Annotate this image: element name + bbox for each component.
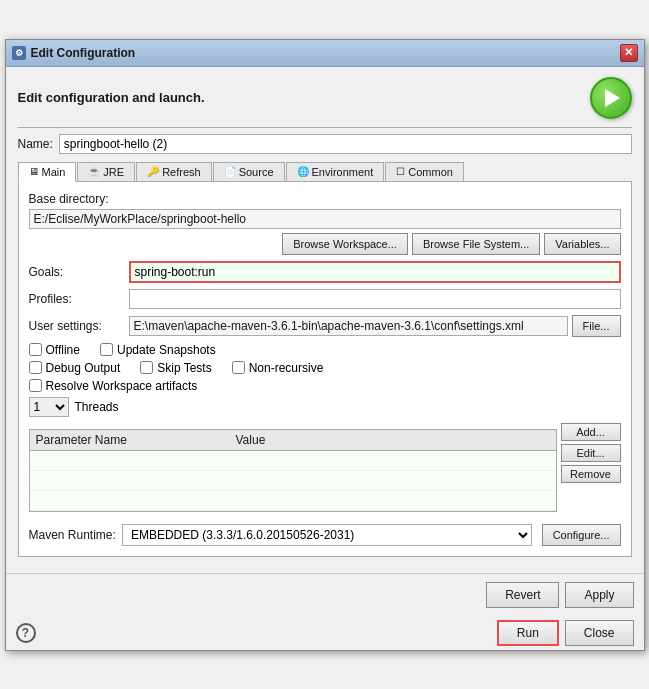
common-tab-icon: ☐ bbox=[396, 166, 405, 177]
base-dir-section: Base directory: Browse Workspace... Brow… bbox=[29, 192, 621, 255]
parameters-table: Parameter Name Value bbox=[29, 429, 557, 512]
maven-runtime-row: Maven Runtime: EMBEDDED (3.3.3/1.6.0.201… bbox=[29, 524, 621, 546]
tab-refresh[interactable]: 🔑 Refresh bbox=[136, 162, 212, 181]
titlebar: ⚙ Edit Configuration ✕ bbox=[6, 40, 644, 67]
dialog-close-button[interactable]: Close bbox=[565, 620, 634, 646]
non-recursive-checkbox[interactable] bbox=[232, 361, 245, 374]
run-circle-button[interactable] bbox=[590, 77, 632, 119]
base-dir-label: Base directory: bbox=[29, 192, 621, 206]
file-button[interactable]: File... bbox=[572, 315, 621, 337]
tab-source-label: Source bbox=[239, 166, 274, 178]
maven-runtime-label: Maven Runtime: bbox=[29, 528, 116, 542]
update-snapshots-checkbox-item: Update Snapshots bbox=[100, 343, 216, 357]
header-section: Edit configuration and launch. bbox=[18, 77, 632, 119]
edit-configuration-dialog: ⚙ Edit Configuration ✕ Edit configuratio… bbox=[5, 39, 645, 651]
help-icon[interactable]: ? bbox=[16, 623, 36, 643]
table-side-buttons: Add... Edit... Remove bbox=[561, 423, 621, 483]
threads-row: 1 2 4 Threads bbox=[29, 397, 621, 417]
offline-label: Offline bbox=[46, 343, 80, 357]
revert-button[interactable]: Revert bbox=[486, 582, 559, 608]
configure-button[interactable]: Configure... bbox=[542, 524, 621, 546]
bottom-buttons-row: Revert Apply bbox=[6, 573, 644, 616]
base-dir-buttons: Browse Workspace... Browse File System..… bbox=[29, 233, 621, 255]
footer-row: ? Run Close bbox=[6, 616, 644, 650]
source-tab-icon: 📄 bbox=[224, 166, 236, 177]
table-col-value: Value bbox=[236, 433, 550, 447]
checkbox-row-3: Resolve Workspace artifacts bbox=[29, 379, 621, 393]
titlebar-left: ⚙ Edit Configuration bbox=[12, 46, 136, 60]
tab-main-label: Main bbox=[42, 166, 66, 178]
goals-label: Goals: bbox=[29, 265, 129, 279]
dialog-content: Edit configuration and launch. Name: 🖥 M… bbox=[6, 67, 644, 567]
skip-tests-label: Skip Tests bbox=[157, 361, 211, 375]
offline-checkbox-item: Offline bbox=[29, 343, 80, 357]
variables-button[interactable]: Variables... bbox=[544, 233, 620, 255]
name-label: Name: bbox=[18, 137, 53, 151]
remove-parameter-button[interactable]: Remove bbox=[561, 465, 621, 483]
resolve-workspace-label: Resolve Workspace artifacts bbox=[46, 379, 198, 393]
user-settings-label: User settings: bbox=[29, 319, 129, 333]
edit-parameter-button[interactable]: Edit... bbox=[561, 444, 621, 462]
update-snapshots-checkbox[interactable] bbox=[100, 343, 113, 356]
tab-jre-label: JRE bbox=[103, 166, 124, 178]
tab-environment-label: Environment bbox=[312, 166, 374, 178]
base-dir-input[interactable] bbox=[29, 209, 621, 229]
window-title: Edit Configuration bbox=[31, 46, 136, 60]
checkbox-row-1: Offline Update Snapshots bbox=[29, 343, 621, 357]
user-settings-input[interactable] bbox=[129, 316, 568, 336]
checkboxes-area: Offline Update Snapshots Debug Output Sk… bbox=[29, 343, 621, 417]
tab-common[interactable]: ☐ Common bbox=[385, 162, 464, 181]
table-row-empty-3 bbox=[30, 491, 556, 511]
threads-label: Threads bbox=[75, 400, 119, 414]
window-icon: ⚙ bbox=[12, 46, 26, 60]
header-title: Edit configuration and launch. bbox=[18, 90, 205, 105]
tab-jre[interactable]: ☕ JRE bbox=[77, 162, 135, 181]
refresh-tab-icon: 🔑 bbox=[147, 166, 159, 177]
user-settings-row: User settings: File... bbox=[29, 315, 621, 337]
non-recursive-label: Non-recursive bbox=[249, 361, 324, 375]
jre-tab-icon: ☕ bbox=[88, 166, 100, 177]
table-header: Parameter Name Value bbox=[30, 430, 556, 451]
footer-action-buttons: Run Close bbox=[497, 620, 634, 646]
separator-1 bbox=[18, 127, 632, 128]
skip-tests-checkbox[interactable] bbox=[140, 361, 153, 374]
parameters-table-section: Parameter Name Value Add... Edit... Remo… bbox=[29, 423, 621, 518]
tab-refresh-label: Refresh bbox=[162, 166, 201, 178]
main-panel: Base directory: Browse Workspace... Brow… bbox=[18, 182, 632, 557]
threads-select[interactable]: 1 2 4 bbox=[29, 397, 69, 417]
goals-row: Goals: bbox=[29, 261, 621, 283]
profiles-row: Profiles: bbox=[29, 289, 621, 309]
skip-tests-checkbox-item: Skip Tests bbox=[140, 361, 211, 375]
run-button[interactable]: Run bbox=[497, 620, 559, 646]
name-input[interactable] bbox=[59, 134, 632, 154]
non-recursive-checkbox-item: Non-recursive bbox=[232, 361, 324, 375]
add-parameter-button[interactable]: Add... bbox=[561, 423, 621, 441]
tabs-bar: 🖥 Main ☕ JRE 🔑 Refresh 📄 Source 🌐 Enviro… bbox=[18, 162, 632, 182]
parameters-table-container: Parameter Name Value bbox=[29, 423, 557, 518]
table-row-empty-1 bbox=[30, 451, 556, 471]
apply-button[interactable]: Apply bbox=[565, 582, 633, 608]
table-body bbox=[30, 451, 556, 511]
debug-output-checkbox-item: Debug Output bbox=[29, 361, 121, 375]
env-tab-icon: 🌐 bbox=[297, 166, 309, 177]
profiles-label: Profiles: bbox=[29, 292, 129, 306]
table-row-empty-2 bbox=[30, 471, 556, 491]
tab-environment[interactable]: 🌐 Environment bbox=[286, 162, 385, 181]
browse-filesystem-button[interactable]: Browse File System... bbox=[412, 233, 540, 255]
table-col-param: Parameter Name bbox=[36, 433, 236, 447]
main-tab-icon: 🖥 bbox=[29, 166, 39, 177]
resolve-workspace-checkbox-item: Resolve Workspace artifacts bbox=[29, 379, 198, 393]
maven-runtime-select[interactable]: EMBEDDED (3.3.3/1.6.0.20150526-2031) bbox=[122, 524, 532, 546]
checkbox-row-2: Debug Output Skip Tests Non-recursive bbox=[29, 361, 621, 375]
profiles-input[interactable] bbox=[129, 289, 621, 309]
goals-input[interactable] bbox=[129, 261, 621, 283]
update-snapshots-label: Update Snapshots bbox=[117, 343, 216, 357]
debug-output-checkbox[interactable] bbox=[29, 361, 42, 374]
name-row: Name: bbox=[18, 134, 632, 154]
close-window-button[interactable]: ✕ bbox=[620, 44, 638, 62]
tab-main[interactable]: 🖥 Main bbox=[18, 162, 77, 182]
offline-checkbox[interactable] bbox=[29, 343, 42, 356]
tab-source[interactable]: 📄 Source bbox=[213, 162, 285, 181]
resolve-workspace-checkbox[interactable] bbox=[29, 379, 42, 392]
browse-workspace-button[interactable]: Browse Workspace... bbox=[282, 233, 408, 255]
